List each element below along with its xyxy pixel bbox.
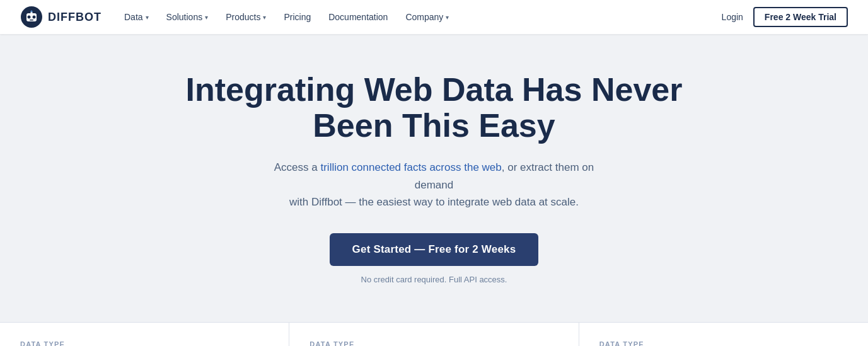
data-type-label-organizations: DATA TYPE xyxy=(20,340,269,346)
chevron-down-icon: ▾ xyxy=(263,14,266,21)
navbar: DIFFBOT Data ▾ Solutions ▾ Products ▾ Pr… xyxy=(0,0,868,34)
cta-note: No credit card required. Full API access… xyxy=(361,275,507,284)
brand-name: DIFFBOT xyxy=(48,11,101,24)
nav-item-products[interactable]: Products ▾ xyxy=(218,8,274,26)
data-card-organizations: DATA TYPE Organizations xyxy=(0,323,289,346)
nav-item-solutions[interactable]: Solutions ▾ xyxy=(159,8,216,26)
hero-title: Integrating Web Data Has Never Been This… xyxy=(151,72,718,144)
svg-point-6 xyxy=(31,11,33,13)
nav-item-data[interactable]: Data ▾ xyxy=(117,8,156,26)
navbar-right: Login Free 2 Week Trial xyxy=(722,7,848,27)
nav-item-pricing[interactable]: Pricing xyxy=(276,8,318,26)
data-card-retail: DATA TYPE Retail Products xyxy=(579,323,868,346)
chevron-down-icon: ▾ xyxy=(446,14,449,21)
nav-item-company[interactable]: Company ▾ xyxy=(398,8,456,26)
data-card-news: DATA TYPE News & Articles xyxy=(289,323,579,346)
login-link[interactable]: Login xyxy=(722,12,743,22)
hero-section: Integrating Web Data Has Never Been This… xyxy=(0,34,868,309)
nav-item-documentation[interactable]: Documentation xyxy=(321,8,395,26)
svg-point-2 xyxy=(28,16,31,19)
hero-subtitle: Access a trillion connected facts across… xyxy=(264,159,605,210)
svg-point-3 xyxy=(33,16,36,19)
svg-rect-4 xyxy=(30,20,33,21)
subtitle-plain: Access a xyxy=(274,161,321,173)
nav-links: Data ▾ Solutions ▾ Products ▾ Pricing Do… xyxy=(117,8,722,26)
chevron-down-icon: ▾ xyxy=(205,14,208,21)
data-type-label-news: DATA TYPE xyxy=(310,340,558,346)
data-type-label-retail: DATA TYPE xyxy=(599,340,848,346)
data-cards-row: DATA TYPE Organizations DATA TYPE News &… xyxy=(0,322,868,346)
brand-logo[interactable]: DIFFBOT xyxy=(20,6,101,28)
free-trial-button[interactable]: Free 2 Week Trial xyxy=(753,7,848,27)
diffbot-logo-icon xyxy=(20,6,43,28)
chevron-down-icon: ▾ xyxy=(146,14,149,21)
subtitle-highlight: trillion connected facts across the web xyxy=(320,161,501,173)
cta-button[interactable]: Get Started — Free for 2 Weeks xyxy=(330,233,539,266)
